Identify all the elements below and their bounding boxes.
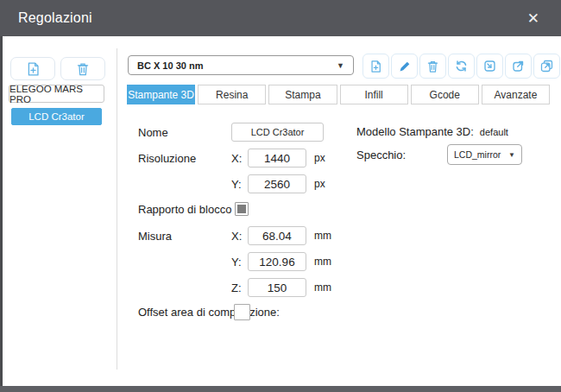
mirror-dropdown-value: LCD_mirror xyxy=(454,149,501,160)
delete-profile-button[interactable] xyxy=(419,54,446,79)
delete-printer-button[interactable] xyxy=(60,57,105,80)
row-misura-x: Misura X: mm xyxy=(138,226,331,245)
size-z-unit: mm xyxy=(314,281,331,294)
window-edge-bottom xyxy=(0,386,561,392)
nome-input[interactable] xyxy=(231,123,324,142)
size-y-input[interactable] xyxy=(248,252,306,271)
refresh-profile-button[interactable] xyxy=(448,54,475,79)
tab-resina[interactable]: Resina xyxy=(198,85,266,104)
window-edge-left xyxy=(0,36,3,392)
printer-item-label: ELEGOO MARS PRO xyxy=(9,84,104,104)
x-axis-label: X: xyxy=(231,230,248,243)
lock-ratio-checkbox[interactable] xyxy=(235,202,249,216)
y-axis-label: Y: xyxy=(231,256,248,269)
printer-item-elegoo-mars-pro[interactable]: ELEGOO MARS PRO xyxy=(9,85,104,103)
new-profile-button[interactable] xyxy=(362,54,389,79)
modello-stampante-value: default xyxy=(480,127,508,137)
import-icon xyxy=(483,60,496,73)
row-misura-y: Y: mm xyxy=(138,252,331,271)
profile-dropdown-value: BC X 10 30 nm xyxy=(137,60,203,71)
row-modello-stampante: Modello Stampante 3D: default xyxy=(356,125,508,138)
refresh-icon xyxy=(455,60,468,73)
settings-tabs: Stampante 3D Resina Stampa Infill Gcode … xyxy=(127,85,550,104)
size-z-input[interactable] xyxy=(248,278,306,297)
x-axis-label: X: xyxy=(231,152,248,165)
dialog-title: Regolazioni xyxy=(18,10,92,26)
resolution-x-unit: px xyxy=(314,152,325,164)
offset-label-part1: Offset area di comp xyxy=(138,306,236,319)
edit-profile-button[interactable] xyxy=(391,54,418,79)
risoluzione-label: Risoluzione xyxy=(138,152,231,165)
row-risoluzione-y: Y: px xyxy=(138,174,325,193)
tab-stampante-3d[interactable]: Stampante 3D xyxy=(127,85,195,104)
export-icon xyxy=(512,60,525,73)
row-nome: Nome xyxy=(138,123,324,142)
rapporto-di-blocco-label: Rapporto di blocco xyxy=(138,203,231,216)
size-x-unit: mm xyxy=(314,230,331,242)
trash-icon xyxy=(427,60,438,73)
modello-stampante-label: Modello Stampante 3D: xyxy=(356,125,474,138)
mirror-dropdown[interactable]: LCD_mirror ▼ xyxy=(447,144,522,165)
size-y-unit: mm xyxy=(314,256,331,268)
chevron-down-icon: ▼ xyxy=(337,61,344,70)
export-all-profiles-button[interactable] xyxy=(533,54,560,79)
pencil-icon xyxy=(399,60,411,73)
close-icon[interactable]: ✕ xyxy=(524,9,543,28)
row-risoluzione-x: Risoluzione X: px xyxy=(138,149,325,168)
row-specchio: Specchio: LCD_mirror ▼ xyxy=(356,144,522,165)
import-profile-button[interactable] xyxy=(476,54,503,79)
file-plus-icon xyxy=(27,62,40,76)
row-misura-z: Z: mm xyxy=(138,278,331,297)
profile-dropdown[interactable]: BC X 10 30 nm ▼ xyxy=(128,55,354,75)
resolution-x-input[interactable] xyxy=(248,149,306,168)
specchio-label: Specchio: xyxy=(356,149,447,161)
offset-label-part2: zione: xyxy=(249,306,280,319)
printer-item-lcd-cr3ator[interactable]: LCD Cr3ator xyxy=(11,108,102,125)
export-all-icon xyxy=(540,60,553,73)
add-printer-button[interactable] xyxy=(10,57,55,80)
tab-avanzate[interactable]: Avanzate xyxy=(482,85,550,104)
tab-gcode[interactable]: Gcode xyxy=(411,85,479,104)
offset-area-checkbox[interactable] xyxy=(234,304,250,320)
row-rapporto-di-blocco: Rapporto di blocco xyxy=(138,202,249,216)
resolution-y-input[interactable] xyxy=(248,174,306,193)
resolution-y-unit: px xyxy=(314,178,325,190)
tab-infill[interactable]: Infill xyxy=(340,85,408,104)
nome-label: Nome xyxy=(138,126,231,139)
file-plus-icon xyxy=(370,60,381,73)
y-axis-label: Y: xyxy=(231,178,248,191)
chevron-down-icon: ▼ xyxy=(508,151,515,159)
size-x-input[interactable] xyxy=(248,226,306,245)
export-profile-button[interactable] xyxy=(505,54,532,79)
z-axis-label: Z: xyxy=(231,281,248,294)
row-offset-area: Offset area di comp zione: xyxy=(138,304,280,320)
tab-stampa[interactable]: Stampa xyxy=(268,85,337,104)
settings-dialog: Regolazioni ✕ ELEGOO MARS PRO LCD Cr3ato… xyxy=(0,0,561,392)
trash-icon xyxy=(77,62,89,76)
printer-item-label: LCD Cr3ator xyxy=(28,111,85,122)
titlebar: Regolazioni ✕ xyxy=(0,0,561,36)
misura-label: Misura xyxy=(138,230,231,243)
sidebar-divider xyxy=(117,48,117,370)
